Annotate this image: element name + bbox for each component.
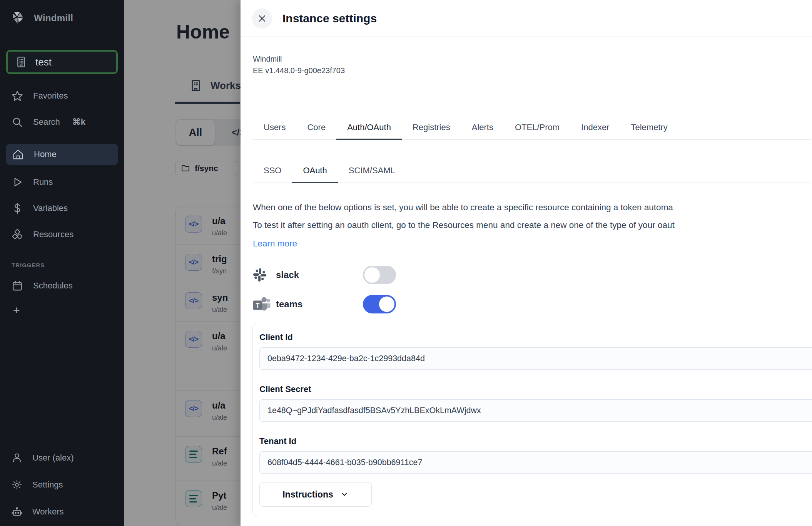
instructions-label: Instructions xyxy=(282,489,333,500)
provider-label: slack xyxy=(276,270,363,280)
building-icon xyxy=(15,55,27,69)
version-string: EE v1.448.0-9-g00e23f703 xyxy=(253,65,345,76)
provider-label: teams xyxy=(276,299,363,310)
sidebar-item-label: User (alex) xyxy=(32,453,74,463)
client-id-label: Client Id xyxy=(259,332,812,342)
sidebar-item-label: Runs xyxy=(33,177,53,187)
windmill-logo-icon xyxy=(12,11,25,25)
subtab-oauth[interactable]: OAuth xyxy=(292,162,337,183)
instance-settings-drawer: Instance settings Windmill EE v1.448.0-9… xyxy=(241,0,812,526)
sidebar-item-label: Home xyxy=(34,149,57,159)
sidebar-item-user[interactable]: User (alex) xyxy=(0,449,124,467)
client-secret-input[interactable] xyxy=(259,399,812,422)
search-icon xyxy=(12,116,23,128)
sidebar-item-search[interactable]: Search ⌘k xyxy=(0,113,124,131)
tab-core[interactable]: Core xyxy=(296,119,336,140)
workspace-name: test xyxy=(35,56,52,68)
sidebar-item-label: Schedules xyxy=(33,281,73,291)
sidebar-item-schedules[interactable]: Schedules xyxy=(0,277,124,295)
provider-row-slack: slack xyxy=(253,265,396,285)
teams-icon: T xyxy=(253,296,271,312)
description-line-1: When one of the below options is set, yo… xyxy=(253,203,812,213)
star-icon xyxy=(12,90,23,102)
slack-toggle[interactable] xyxy=(363,266,396,284)
instructions-button[interactable]: Instructions xyxy=(259,482,372,507)
auth-subtabs: SSO OAuth SCIM/SAML xyxy=(253,162,811,183)
version-block: Windmill EE v1.448.0-9-g00e23f703 xyxy=(253,53,345,76)
dollar-icon xyxy=(12,203,23,214)
description-line-2: To test it after setting an oauth client… xyxy=(253,220,812,230)
teams-oauth-form: Client Id Client Secret Tenant Id Instru… xyxy=(252,323,812,517)
tab-alerts[interactable]: Alerts xyxy=(461,119,504,140)
sidebar-item-label: Resources xyxy=(33,229,74,240)
tenant-id-input[interactable] xyxy=(259,451,812,474)
sidebar-bottom: User (alex) Settings Workers xyxy=(0,440,124,521)
slack-icon xyxy=(253,268,271,282)
sidebar-item-settings[interactable]: Settings xyxy=(0,476,124,494)
home-icon xyxy=(12,149,24,160)
toggle-knob xyxy=(364,267,380,283)
tab-telemetry[interactable]: Telemetry xyxy=(620,119,678,140)
learn-more-link[interactable]: Learn more xyxy=(253,239,297,249)
gear-icon xyxy=(12,479,22,490)
sidebar-item-resources[interactable]: Resources xyxy=(0,226,124,243)
sidebar-item-variables[interactable]: Variables xyxy=(0,199,124,217)
subtab-scim-saml[interactable]: SCIM/SAML xyxy=(338,162,406,183)
add-trigger-button[interactable]: + xyxy=(11,305,22,316)
close-icon xyxy=(257,14,267,23)
sidebar-item-label: Workers xyxy=(32,507,64,517)
client-id-input[interactable] xyxy=(259,347,812,370)
tenant-id-label: Tenant Id xyxy=(259,436,812,446)
tab-auth-oauth[interactable]: Auth/OAuth xyxy=(336,119,402,140)
sidebar-item-label: Favorites xyxy=(33,91,68,101)
settings-tabs: Users Core Auth/OAuth Registries Alerts … xyxy=(253,119,811,140)
toggle-knob xyxy=(379,297,394,312)
sidebar-item-favorites[interactable]: Favorites xyxy=(0,87,124,105)
sidebar-item-label: Search xyxy=(33,117,60,127)
chevron-down-icon xyxy=(340,490,349,499)
sidebar-item-label: Variables xyxy=(33,203,68,213)
client-secret-label: Client Secret xyxy=(259,384,812,394)
drawer-title: Instance settings xyxy=(282,12,377,25)
teams-toggle[interactable] xyxy=(363,295,396,313)
robot-icon xyxy=(12,506,22,517)
svg-text:T: T xyxy=(256,302,260,309)
brand-row: Windmill xyxy=(0,0,124,36)
search-shortcut: ⌘k xyxy=(72,117,85,127)
tab-indexer[interactable]: Indexer xyxy=(570,119,620,140)
workspace-switcher[interactable]: test xyxy=(6,50,118,74)
tab-users[interactable]: Users xyxy=(253,119,296,140)
sidebar-item-runs[interactable]: Runs xyxy=(0,173,124,191)
sidebar-item-home[interactable]: Home xyxy=(6,144,118,165)
tab-otel-prom[interactable]: OTEL/Prom xyxy=(504,119,570,140)
close-button[interactable] xyxy=(252,8,272,28)
sidebar-item-workers[interactable]: Workers xyxy=(0,503,124,521)
play-icon xyxy=(12,176,23,188)
brand-title: Windmill xyxy=(34,13,73,23)
sidebar-item-label: Settings xyxy=(32,480,63,490)
triggers-section-header: TRIGGERS xyxy=(12,262,124,268)
sidebar: Windmill test Favorites Search ⌘k Ho xyxy=(0,0,124,526)
cubes-icon xyxy=(12,229,23,240)
app-name: Windmill xyxy=(253,53,345,65)
calendar-icon xyxy=(12,280,23,291)
tab-registries[interactable]: Registries xyxy=(402,119,461,140)
subtab-sso[interactable]: SSO xyxy=(253,162,292,183)
drawer-header: Instance settings xyxy=(241,0,812,37)
person-icon xyxy=(12,452,22,463)
provider-row-teams: T teams xyxy=(253,294,396,314)
